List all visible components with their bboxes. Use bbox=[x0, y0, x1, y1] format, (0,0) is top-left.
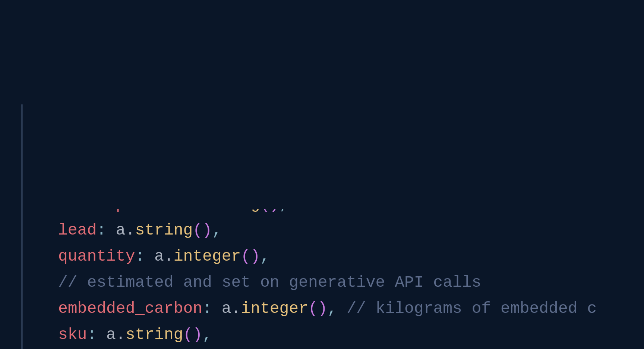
code-editor[interactable]: description: a.string(),lead: a.string()… bbox=[0, 104, 644, 349]
code-line: description: a.string(), bbox=[58, 209, 644, 217]
object-ident: a bbox=[222, 299, 231, 318]
object-ident: a bbox=[106, 326, 116, 344]
method-name: string bbox=[126, 326, 183, 344]
object-ident: a bbox=[183, 209, 193, 213]
code-block: description: a.string(),lead: a.string()… bbox=[0, 209, 644, 349]
comment: // estimated and set on generative API c… bbox=[58, 273, 481, 292]
method-name: integer bbox=[241, 299, 308, 318]
code-line: quantity: a.integer(), bbox=[58, 243, 644, 270]
property-key: embedded_carbon bbox=[58, 299, 202, 318]
property-key: lead bbox=[58, 221, 97, 239]
comment: // kilograms of embedded c bbox=[347, 299, 597, 318]
method-name: string bbox=[135, 221, 193, 239]
method-name: string bbox=[202, 209, 260, 213]
object-ident: a bbox=[116, 221, 126, 239]
code-line: embedded_carbon: a.integer(), // kilogra… bbox=[58, 296, 644, 322]
object-ident: a bbox=[154, 247, 164, 265]
code-line: sku: a.string(), bbox=[58, 322, 644, 348]
property-key: quantity bbox=[58, 247, 135, 265]
code-line: // estimated and set on generative API c… bbox=[58, 270, 644, 296]
property-key: sku bbox=[58, 326, 87, 344]
property-key: description bbox=[58, 209, 164, 213]
code-line: lead: a.string(), bbox=[58, 217, 644, 243]
method-name: integer bbox=[174, 247, 241, 265]
